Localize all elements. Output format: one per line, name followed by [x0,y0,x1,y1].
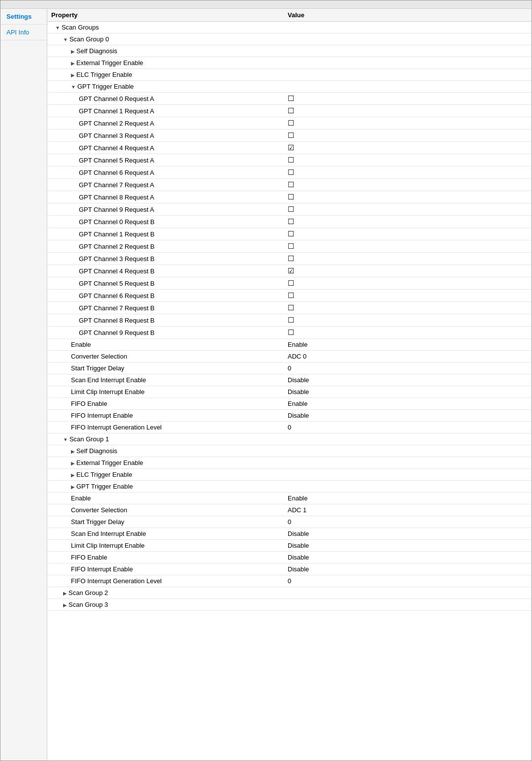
value-cell-gpt-ch6-req-a[interactable]: ☐ [284,166,532,179]
property-cell-gpt-ch4-req-b: GPT Channel 4 Request B [47,265,284,277]
property-cell-gpt-ch3-req-b: GPT Channel 3 Request B [47,253,284,265]
property-cell-gpt-ch8-req-b: GPT Channel 8 Request B [47,314,284,327]
value-cell-sg0-converter-selection: ADC 0 [284,351,532,363]
value-cell-sg0-scan-end-interrupt: Disable [284,374,532,386]
expand-arrow-icon[interactable]: ▶ [71,461,75,466]
table-row: GPT Channel 7 Request A☐ [47,179,532,191]
value-cell-gpt-ch4-req-b[interactable]: ☑ [284,265,532,277]
property-label: GPT Channel 4 Request A [79,144,154,152]
property-label: Scan End Interrupt Enable [71,376,146,384]
sidebar-tab-api-info[interactable]: API Info [0,25,47,40]
table-row[interactable]: ▼ Scan Group 1 [47,433,532,445]
property-label: Scan End Interrupt Enable [71,530,146,537]
property-label: Scan Group 3 [68,601,108,608]
property-cell-gpt-ch4-req-a: GPT Channel 4 Request A [47,142,284,154]
property-label: Scan Group 1 [69,435,109,443]
property-cell-gpt-ch1-req-a: GPT Channel 1 Request A [47,105,284,117]
table-row[interactable]: ▶ ELC Trigger Enable [47,469,532,481]
property-cell-gpt-ch2-req-a: GPT Channel 2 Request A [47,117,284,130]
value-cell-gpt-ch8-req-b[interactable]: ☐ [284,314,532,327]
property-cell-gpt-ch2-req-b: GPT Channel 2 Request B [47,240,284,253]
value-cell-gpt-ch7-req-b[interactable]: ☐ [284,302,532,314]
value-cell-gpt-ch5-req-b[interactable]: ☐ [284,277,532,290]
property-cell-sg1-elc-trigger-enable: ▶ ELC Trigger Enable [47,469,284,481]
property-cell-sg1-limit-clip-interrupt: Limit Clip Interrupt Enable [47,540,284,552]
table-row[interactable]: ▶ GPT Trigger Enable [47,481,532,493]
value-cell-gpt-ch9-req-b[interactable]: ☐ [284,327,532,339]
collapse-arrow-icon[interactable]: ▼ [63,437,68,442]
value-cell-sg0-enable: Enable [284,339,532,351]
expand-arrow-icon[interactable]: ▶ [71,472,75,478]
value-cell-gpt-ch6-req-b[interactable]: ☐ [284,290,532,302]
collapse-arrow-icon[interactable]: ▼ [63,37,68,42]
sidebar-tab-settings[interactable]: Settings [0,9,47,25]
value-cell-sg1-scan-end-interrupt: Disable [284,528,532,540]
value-cell-gpt-ch3-req-a[interactable]: ☐ [284,130,532,142]
main-window: SettingsAPI Info Property Value ▼ Scan G… [0,0,532,761]
value-cell-gpt-ch9-req-a[interactable]: ☐ [284,203,532,216]
property-label: GPT Channel 7 Request A [79,181,154,189]
property-cell-scan-groups: ▼ Scan Groups [47,22,284,33]
table-row[interactable]: ▶ External Trigger Enable [47,57,532,69]
table-row[interactable]: ▶ External Trigger Enable [47,457,532,469]
table-row: GPT Channel 9 Request B☐ [47,327,532,339]
table-row: GPT Channel 8 Request B☐ [47,314,532,327]
expand-arrow-icon[interactable]: ▶ [71,49,75,54]
property-cell-sg1-fifo-interrupt-gen-level: FIFO Interrupt Generation Level [47,575,284,587]
table-row: GPT Channel 3 Request A☐ [47,130,532,142]
value-cell-gpt-ch8-req-a[interactable]: ☐ [284,191,532,203]
property-label: GPT Channel 8 Request B [79,317,155,324]
value-cell-sg0-fifo-enable: Enable [284,398,532,410]
expand-arrow-icon[interactable]: ▶ [71,449,75,454]
collapse-arrow-icon[interactable]: ▼ [55,25,60,31]
table-row[interactable]: ▼ Scan Group 0 [47,33,532,45]
value-cell-sg0-start-trigger-delay: 0 [284,363,532,374]
collapse-arrow-icon[interactable]: ▼ [71,84,76,90]
property-label: External Trigger Enable [76,59,143,66]
table-row[interactable]: ▶ ELC Trigger Enable [47,69,532,81]
property-label: FIFO Interrupt Enable [71,412,133,419]
table-row[interactable]: ▶ Self Diagnosis [47,45,532,57]
property-label: GPT Channel 7 Request B [79,304,155,312]
value-cell-sg1-fifo-enable: Disable [284,552,532,563]
value-cell-gpt-ch5-req-a[interactable]: ☐ [284,154,532,166]
main-content: SettingsAPI Info Property Value ▼ Scan G… [0,9,532,761]
value-cell-gpt-ch3-req-b[interactable]: ☐ [284,253,532,265]
value-cell-gpt-ch1-req-b[interactable]: ☐ [284,228,532,240]
value-cell-gpt-ch1-req-a[interactable]: ☐ [284,105,532,117]
property-label: FIFO Interrupt Enable [71,565,133,573]
property-label: GPT Channel 5 Request A [79,157,154,164]
property-cell-elc-trigger-enable: ▶ ELC Trigger Enable [47,69,284,81]
property-cell-sg1-gpt-trigger-enable: ▶ GPT Trigger Enable [47,481,284,493]
value-cell-external-trigger-enable [284,57,532,69]
expand-arrow-icon[interactable]: ▶ [63,591,67,596]
value-cell-gpt-ch7-req-a[interactable]: ☐ [284,179,532,191]
table-row[interactable]: ▼ Scan Groups [47,22,532,33]
table-row: EnableEnable [47,493,532,504]
value-cell-gpt-ch4-req-a[interactable]: ☑ [284,142,532,154]
property-label: Limit Clip Interrupt Enable [71,542,145,549]
value-cell-gpt-ch0-req-a[interactable]: ☐ [284,93,532,105]
expand-arrow-icon[interactable]: ▶ [71,72,75,78]
table-row[interactable]: ▶ Scan Group 2 [47,587,532,599]
value-cell-scan-group-3 [284,599,532,611]
property-label: Limit Clip Interrupt Enable [71,388,145,396]
property-label: GPT Trigger Enable [76,483,133,490]
value-cell-scan-group-1 [284,433,532,445]
value-cell-scan-groups [284,22,532,33]
table-row: GPT Channel 4 Request B☑ [47,265,532,277]
expand-arrow-icon[interactable]: ▶ [63,602,67,608]
table-row[interactable]: ▼ GPT Trigger Enable [47,81,532,93]
property-cell-external-trigger-enable: ▶ External Trigger Enable [47,57,284,69]
expand-arrow-icon[interactable]: ▶ [71,61,75,66]
property-label: Start Trigger Delay [71,364,124,372]
value-cell-gpt-ch2-req-a[interactable]: ☐ [284,117,532,130]
value-cell-sg1-gpt-trigger-enable [284,481,532,493]
table-row[interactable]: ▶ Scan Group 3 [47,599,532,611]
value-cell-gpt-ch0-req-b[interactable]: ☐ [284,216,532,228]
property-label: FIFO Enable [71,400,107,407]
value-cell-elc-trigger-enable [284,69,532,81]
table-row[interactable]: ▶ Self Diagnosis [47,445,532,457]
value-cell-gpt-ch2-req-b[interactable]: ☐ [284,240,532,253]
expand-arrow-icon[interactable]: ▶ [71,484,75,490]
